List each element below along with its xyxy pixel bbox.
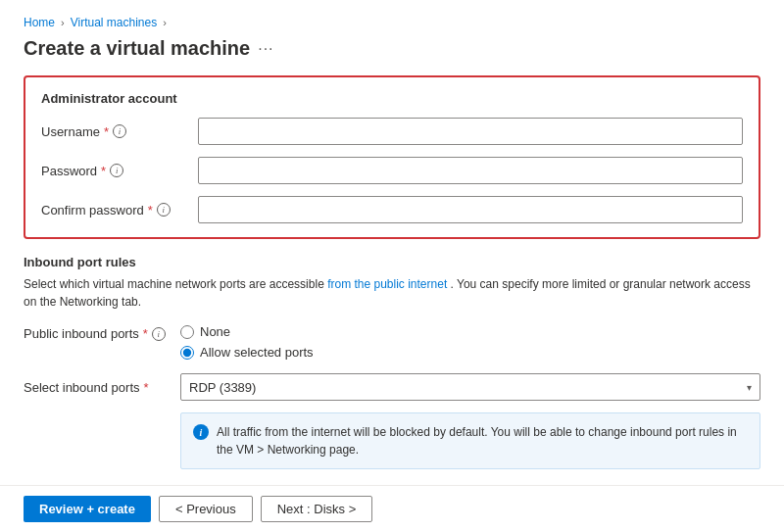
previous-button[interactable]: < Previous bbox=[159, 496, 253, 522]
radio-none[interactable]: None bbox=[180, 324, 314, 339]
footer: Review + create < Previous Next : Disks … bbox=[0, 485, 784, 532]
breadcrumb-home[interactable]: Home bbox=[24, 16, 55, 29]
info-box-text: All traffic from the internet will be bl… bbox=[217, 423, 748, 459]
select-ports-select[interactable]: RDP (3389) SSH (22) HTTP (80) HTTPS (443… bbox=[189, 380, 752, 395]
page-title-row: Create a virtual machine ··· bbox=[24, 37, 760, 60]
breadcrumb: Home › Virtual machines › bbox=[24, 16, 760, 29]
password-input[interactable] bbox=[198, 157, 743, 184]
password-label: Password * i bbox=[41, 164, 198, 178]
confirm-password-input[interactable] bbox=[198, 196, 743, 223]
info-box: i All traffic from the internet will be … bbox=[180, 412, 760, 469]
confirm-info-icon[interactable]: i bbox=[157, 203, 171, 217]
confirm-password-row: Confirm password * i bbox=[41, 196, 743, 223]
admin-account-section: Administrator account Username * i Passw… bbox=[24, 75, 760, 239]
public-internet-link[interactable]: from the public internet bbox=[327, 277, 447, 291]
public-ports-radio-group: None Allow selected ports bbox=[180, 324, 314, 360]
select-ports-dropdown[interactable]: RDP (3389) SSH (22) HTTP (80) HTTPS (443… bbox=[180, 373, 760, 401]
public-ports-label: Public inbound ports * i bbox=[24, 324, 180, 341]
inbound-section-title: Inbound port rules bbox=[24, 255, 760, 269]
password-required: * bbox=[101, 164, 106, 178]
confirm-password-label: Confirm password * i bbox=[41, 203, 198, 218]
select-ports-required: * bbox=[144, 380, 149, 395]
username-label: Username * i bbox=[41, 124, 198, 139]
password-info-icon[interactable]: i bbox=[110, 164, 123, 177]
username-input[interactable] bbox=[198, 118, 743, 145]
breadcrumb-sep-2: › bbox=[163, 17, 167, 28]
public-ports-info-icon[interactable]: i bbox=[152, 327, 166, 341]
radio-none-input[interactable] bbox=[180, 325, 194, 339]
radio-none-label: None bbox=[200, 324, 230, 339]
next-button[interactable]: Next : Disks > bbox=[261, 496, 373, 522]
select-ports-label: Select inbound ports * bbox=[24, 380, 180, 395]
info-box-icon: i bbox=[193, 424, 209, 440]
more-options-icon[interactable]: ··· bbox=[258, 40, 273, 58]
username-info-icon[interactable]: i bbox=[113, 124, 126, 138]
radio-allow-label: Allow selected ports bbox=[200, 345, 314, 360]
admin-section-title: Administrator account bbox=[41, 91, 743, 106]
radio-allow-input[interactable] bbox=[180, 346, 194, 360]
select-ports-row: Select inbound ports * RDP (3389) SSH (2… bbox=[24, 373, 760, 401]
username-required: * bbox=[104, 124, 109, 139]
review-create-button[interactable]: Review + create bbox=[24, 496, 151, 522]
public-ports-required: * bbox=[143, 326, 148, 341]
username-row: Username * i bbox=[41, 118, 743, 145]
breadcrumb-sep-1: › bbox=[61, 17, 65, 28]
select-ports-dropdown-wrapper: RDP (3389) SSH (22) HTTP (80) HTTPS (443… bbox=[180, 373, 760, 401]
public-ports-row: Public inbound ports * i None Allow sele… bbox=[24, 324, 760, 360]
breadcrumb-virtual-machines[interactable]: Virtual machines bbox=[71, 16, 158, 29]
inbound-section: Inbound port rules Select which virtual … bbox=[24, 255, 760, 469]
password-row: Password * i bbox=[41, 157, 743, 184]
confirm-required: * bbox=[148, 203, 153, 218]
inbound-description: Select which virtual machine network por… bbox=[24, 275, 760, 311]
radio-allow[interactable]: Allow selected ports bbox=[180, 345, 314, 360]
page-title: Create a virtual machine bbox=[24, 37, 250, 60]
